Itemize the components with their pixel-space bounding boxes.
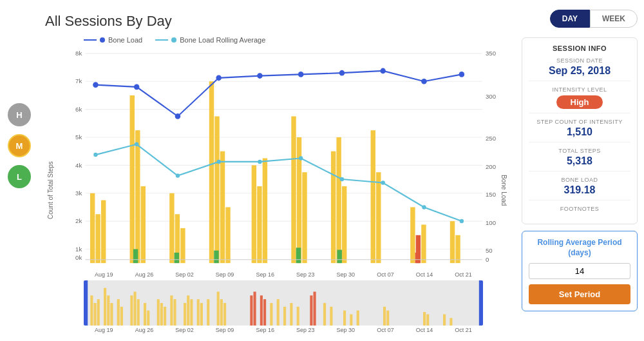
svg-rect-89 — [120, 307, 123, 326]
svg-rect-91 — [134, 292, 137, 326]
session-info-card: SESSION INFO SESSION DATE Sep 25, 2018 I… — [522, 37, 638, 224]
svg-rect-114 — [314, 292, 316, 326]
svg-text:300: 300 — [486, 93, 496, 100]
day-week-toggle: DAY WEEK — [522, 10, 638, 28]
svg-text:2k: 2k — [75, 217, 82, 224]
right-panel: DAY WEEK SESSION INFO SESSION DATE Sep 2… — [515, 0, 644, 341]
svg-point-60 — [93, 82, 99, 88]
svg-rect-107 — [220, 299, 223, 326]
svg-rect-40 — [263, 159, 267, 264]
step-count-value: 1,510 — [529, 126, 630, 138]
set-period-button[interactable]: Set Period — [529, 284, 630, 304]
svg-rect-48 — [376, 172, 381, 263]
day-toggle-button[interactable]: DAY — [550, 10, 590, 28]
svg-rect-125 — [383, 307, 386, 326]
svg-rect-27 — [101, 200, 106, 264]
svg-rect-111 — [260, 295, 263, 326]
rolling-avg-input[interactable] — [529, 263, 630, 279]
svg-point-69 — [459, 72, 465, 77]
footnotes-row: FOOTNOTES — [529, 206, 630, 217]
svg-rect-41 — [291, 116, 296, 263]
svg-rect-104 — [200, 303, 203, 326]
svg-rect-84 — [97, 299, 100, 326]
legend-rolling-avg-label: Bone Load Rolling Average — [180, 36, 265, 44]
page-title: All Sessions By Day — [45, 13, 509, 30]
y-axis-left-label: Count of Total Steps — [45, 46, 55, 335]
svg-rect-82 — [90, 295, 93, 326]
step-count-label: STEP COUNT OF INTENSITY — [529, 119, 630, 125]
svg-rect-123 — [350, 315, 352, 326]
svg-rect-98 — [170, 295, 173, 326]
svg-point-76 — [340, 177, 344, 182]
svg-rect-29 — [135, 130, 140, 263]
svg-rect-116 — [277, 299, 279, 326]
svg-point-79 — [460, 219, 464, 224]
week-toggle-button[interactable]: WEEK — [590, 10, 638, 28]
svg-rect-54 — [133, 249, 138, 263]
avatar-h[interactable]: H — [8, 103, 31, 126]
svg-rect-46 — [342, 186, 346, 263]
svg-text:7k: 7k — [75, 77, 82, 84]
svg-rect-92 — [137, 299, 140, 326]
svg-point-70 — [93, 153, 97, 157]
svg-rect-113 — [310, 295, 312, 326]
svg-rect-30 — [141, 186, 146, 263]
svg-rect-87 — [110, 303, 113, 326]
svg-rect-26 — [95, 214, 100, 263]
svg-rect-49 — [410, 207, 415, 263]
svg-rect-38 — [252, 165, 256, 263]
legend-bone-load-label: Bone Load — [108, 36, 142, 44]
svg-point-65 — [298, 72, 304, 77]
mini-chart[interactable] — [84, 280, 483, 326]
svg-rect-129 — [443, 315, 446, 326]
svg-rect-42 — [297, 137, 301, 263]
avatar-l[interactable]: L — [8, 165, 31, 188]
rolling-avg-title: Rolling Average Period (days) — [529, 238, 630, 258]
svg-text:4k: 4k — [75, 162, 82, 169]
svg-rect-131 — [479, 280, 483, 326]
svg-rect-118 — [290, 303, 292, 326]
svg-point-61 — [134, 84, 140, 90]
y-axis-right-label: Bone Load — [498, 46, 509, 335]
svg-rect-86 — [107, 295, 109, 326]
footnotes-label: FOOTNOTES — [529, 206, 630, 212]
svg-rect-55 — [175, 253, 179, 263]
svg-rect-93 — [144, 303, 146, 326]
svg-rect-103 — [197, 299, 200, 326]
svg-rect-34 — [209, 81, 214, 263]
svg-rect-45 — [336, 137, 341, 263]
total-steps-value: 5,318 — [529, 155, 630, 167]
main-content: All Sessions By Day Bone Load Bone Load … — [39, 0, 515, 341]
main-chart[interactable]: 8k 7k 6k 5k 4k 3k 2k 1k 0k 350 300 250 2… — [58, 46, 496, 270]
session-date-row: SESSION DATE Sep 25, 2018 — [529, 57, 630, 81]
svg-rect-105 — [207, 299, 209, 326]
svg-text:6k: 6k — [75, 106, 82, 113]
x-labels-main: Aug 19 Aug 26 Sep 02 Sep 09 Sep 16 Sep 2… — [84, 270, 483, 279]
avatar-m[interactable]: M — [8, 134, 31, 157]
svg-rect-127 — [423, 312, 426, 326]
svg-text:200: 200 — [486, 163, 496, 170]
svg-rect-122 — [343, 311, 346, 326]
svg-text:0k: 0k — [75, 254, 82, 261]
svg-point-77 — [381, 180, 385, 185]
svg-rect-97 — [164, 307, 166, 326]
svg-rect-109 — [250, 295, 252, 326]
svg-rect-128 — [426, 315, 429, 326]
svg-rect-39 — [257, 186, 261, 263]
svg-point-72 — [176, 173, 180, 178]
svg-rect-81 — [84, 280, 88, 326]
svg-rect-25 — [90, 193, 95, 263]
svg-rect-106 — [217, 292, 220, 326]
svg-rect-52 — [450, 221, 455, 263]
svg-point-66 — [339, 70, 345, 76]
chart-container: Count of Total Steps — [45, 46, 509, 335]
bone-load-value: 319.18 — [529, 184, 630, 196]
session-date-value: Sep 25, 2018 — [529, 65, 630, 77]
svg-text:3k: 3k — [75, 190, 82, 197]
session-info-title: SESSION INFO — [529, 44, 630, 52]
svg-rect-96 — [160, 303, 163, 326]
svg-rect-44 — [331, 151, 336, 264]
svg-rect-110 — [254, 292, 256, 326]
total-steps-row: TOTAL STEPS 5,318 — [529, 148, 630, 171]
svg-rect-102 — [190, 299, 193, 326]
